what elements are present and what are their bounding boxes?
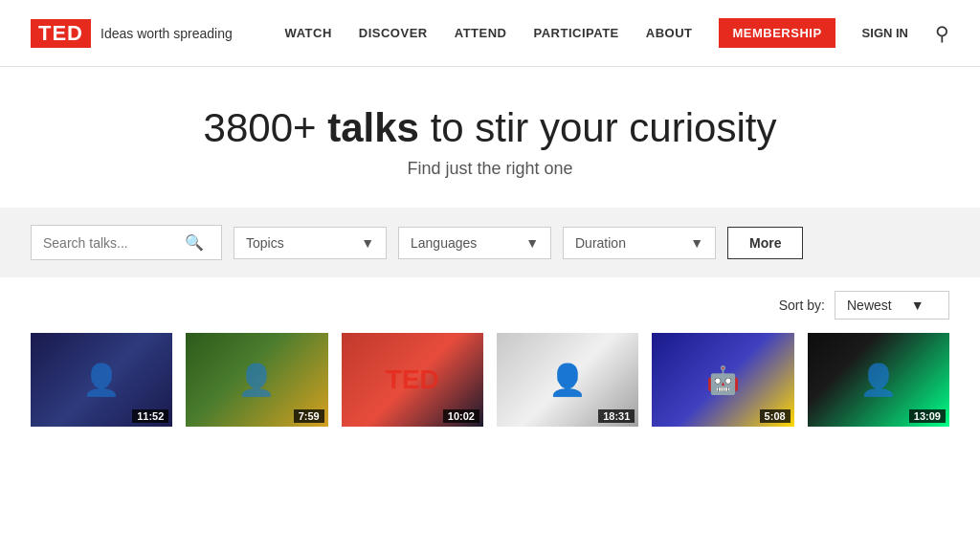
hero-section: 3800+ talks to stir your curiosity Find … — [0, 67, 980, 208]
duration-label: Duration — [575, 235, 626, 251]
hero-rest: to stir your curiosity — [431, 105, 777, 150]
duration-badge-2: 7:59 — [294, 409, 324, 423]
membership-button[interactable]: MEMBERSHIP — [719, 18, 835, 48]
sort-value: Newest — [847, 298, 892, 313]
hero-count: 3800+ — [204, 105, 317, 150]
logo-area: TED Ideas worth spreading — [31, 19, 233, 48]
header: TED Ideas worth spreading WATCH DISCOVER… — [0, 0, 980, 67]
hero-title: 3800+ talks to stir your curiosity — [19, 105, 961, 151]
topics-arrow-icon: ▼ — [361, 235, 374, 251]
sort-arrow-icon: ▼ — [911, 298, 924, 313]
nav-participate[interactable]: PARTICIPATE — [533, 26, 618, 40]
nav-discover[interactable]: DISCOVER — [359, 26, 428, 40]
video-card-3[interactable]: TED 10:02 — [342, 333, 483, 427]
languages-arrow-icon: ▼ — [525, 235, 539, 251]
video-card-1[interactable]: 👤 11:52 — [31, 333, 172, 427]
speaker-figure-6: 👤 — [859, 362, 898, 398]
search-icon: 🔍 — [185, 233, 204, 252]
topics-label: Topics — [246, 235, 284, 251]
duration-badge-3: 10:02 — [443, 409, 479, 423]
video-grid: 👤 11:52 👤 7:59 TED 10:02 👤 18:31 — [0, 333, 980, 427]
sort-bar: Sort by: Newest ▼ — [0, 277, 980, 333]
languages-dropdown[interactable]: Languages ▼ — [398, 227, 551, 259]
nav-about[interactable]: ABOUT — [646, 26, 693, 40]
video-card-5[interactable]: 🤖 5:08 — [652, 333, 793, 427]
duration-dropdown[interactable]: Duration ▼ — [563, 227, 716, 259]
video-thumb-5: 🤖 5:08 — [652, 333, 793, 427]
speaker-figure-4: 👤 — [548, 362, 587, 398]
video-thumb-3: TED 10:02 — [342, 333, 483, 427]
sort-dropdown[interactable]: Newest ▼ — [835, 291, 949, 320]
languages-label: Languages — [411, 235, 477, 251]
duration-badge-1: 11:52 — [132, 409, 168, 423]
ted-logo[interactable]: TED — [31, 19, 91, 48]
hero-bold: talks — [327, 105, 419, 150]
sort-label: Sort by: — [779, 298, 825, 313]
speaker-figure-2: 👤 — [237, 362, 276, 398]
more-button[interactable]: More — [727, 227, 803, 259]
search-box[interactable]: 🔍 — [31, 225, 222, 260]
tagline: Ideas worth spreading — [100, 26, 233, 41]
sign-in-button[interactable]: SIGN IN — [862, 26, 908, 40]
video-card-2[interactable]: 👤 7:59 — [186, 333, 327, 427]
hero-subtitle: Find just the right one — [19, 159, 961, 179]
duration-arrow-icon: ▼ — [690, 235, 703, 251]
video-thumb-2: 👤 7:59 — [186, 333, 327, 427]
search-input[interactable] — [43, 235, 177, 251]
search-icon[interactable]: ⚲ — [935, 22, 949, 45]
robot-figure: 🤖 — [706, 364, 740, 396]
ted-overlay: TED — [386, 364, 439, 395]
duration-badge-4: 18:31 — [598, 409, 635, 423]
filter-bar: 🔍 Topics ▼ Languages ▼ Duration ▼ More — [0, 208, 980, 277]
video-card-6[interactable]: 👤 13:09 — [808, 333, 949, 427]
nav-attend[interactable]: ATTEND — [455, 26, 507, 40]
nav-watch[interactable]: WATCH — [285, 26, 332, 40]
video-thumb-4: 👤 18:31 — [497, 333, 638, 427]
duration-badge-5: 5:08 — [760, 409, 791, 423]
speaker-figure-1: 👤 — [82, 362, 121, 398]
main-nav: WATCH DISCOVER ATTEND PARTICIPATE ABOUT … — [285, 18, 949, 48]
video-thumb-1: 👤 11:52 — [31, 333, 172, 427]
video-card-4[interactable]: 👤 18:31 — [497, 333, 638, 427]
duration-badge-6: 13:09 — [909, 409, 946, 423]
video-thumb-6: 👤 13:09 — [808, 333, 949, 427]
topics-dropdown[interactable]: Topics ▼ — [234, 227, 387, 259]
